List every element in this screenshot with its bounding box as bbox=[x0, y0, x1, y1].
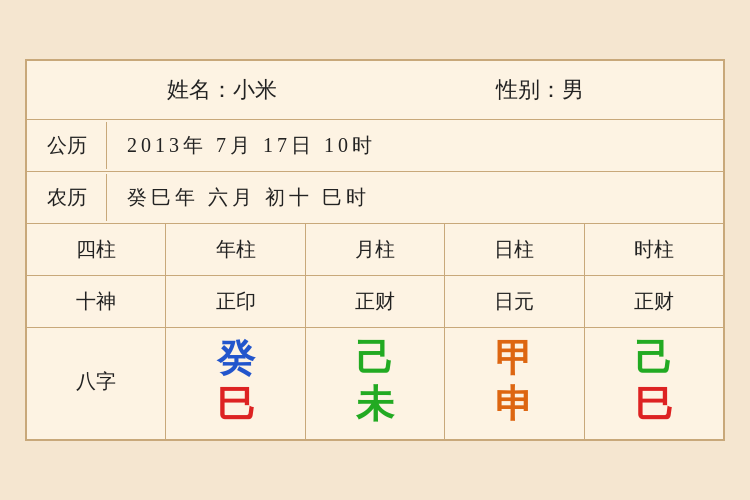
pillars-header-row: 四柱 年柱 月柱 日柱 时柱 bbox=[27, 224, 723, 276]
nian-pillar-label: 年柱 bbox=[166, 224, 305, 275]
bazhi-label-cell: 八字 bbox=[27, 328, 166, 440]
bazhi-yue-bottom: 未 bbox=[356, 384, 394, 426]
main-container: 姓名：小米 性别：男 公历 2013年 7月 17日 10时 农历 癸巳年 六月… bbox=[25, 59, 725, 442]
lunar-row: 农历 癸巳年 六月 初十 巳时 bbox=[27, 172, 723, 224]
solar-row: 公历 2013年 7月 17日 10时 bbox=[27, 120, 723, 172]
shishen-ri: 日元 bbox=[445, 276, 584, 327]
shishen-label: 十神 bbox=[27, 276, 166, 327]
bazhi-ri-top: 甲 bbox=[495, 338, 533, 380]
bazhi-row: 八字 癸 巳 己 未 甲 申 己 巳 bbox=[27, 328, 723, 440]
bazhi-shi-bottom: 巳 bbox=[635, 384, 673, 426]
bazhi-nian-bottom: 巳 bbox=[217, 384, 255, 426]
bazhi-shi-cell: 己 巳 bbox=[585, 328, 723, 440]
ri-pillar-label: 日柱 bbox=[445, 224, 584, 275]
solar-label: 公历 bbox=[27, 122, 107, 169]
bazhi-nian-top: 癸 bbox=[217, 338, 255, 380]
name-label: 姓名：小米 bbox=[167, 75, 277, 105]
gender-label: 性别：男 bbox=[496, 75, 584, 105]
bazhi-nian-cell: 癸 巳 bbox=[166, 328, 305, 440]
shishen-yue: 正财 bbox=[306, 276, 445, 327]
bazhi-shi-top: 己 bbox=[635, 338, 673, 380]
bazhi-ri-cell: 甲 申 bbox=[445, 328, 584, 440]
lunar-value: 癸巳年 六月 初十 巳时 bbox=[107, 174, 723, 221]
header-row: 姓名：小米 性别：男 bbox=[27, 61, 723, 120]
shishen-shi: 正财 bbox=[585, 276, 723, 327]
lunar-label: 农历 bbox=[27, 174, 107, 221]
shishen-nian: 正印 bbox=[166, 276, 305, 327]
sizhu-label: 四柱 bbox=[27, 224, 166, 275]
shishen-row: 十神 正印 正财 日元 正财 bbox=[27, 276, 723, 328]
solar-value: 2013年 7月 17日 10时 bbox=[107, 122, 723, 169]
yue-pillar-label: 月柱 bbox=[306, 224, 445, 275]
bazhi-label: 八字 bbox=[76, 368, 116, 395]
bazhi-ri-bottom: 申 bbox=[495, 384, 533, 426]
bazhi-yue-top: 己 bbox=[356, 338, 394, 380]
bazhi-yue-cell: 己 未 bbox=[306, 328, 445, 440]
shi-pillar-label: 时柱 bbox=[585, 224, 723, 275]
